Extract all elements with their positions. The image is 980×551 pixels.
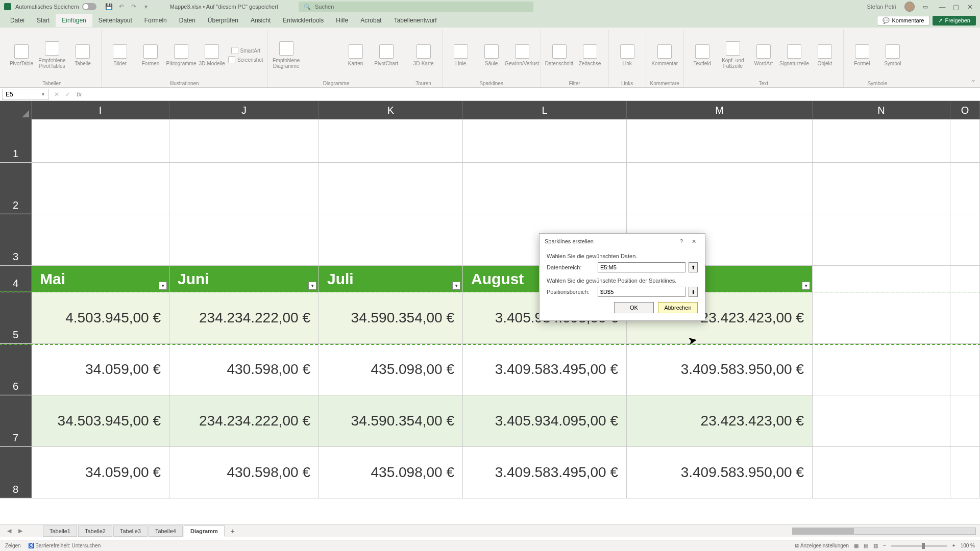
view-pagelayout-icon[interactable]: ▤ <box>864 543 868 548</box>
minimize-icon[interactable]: — <box>936 3 948 11</box>
tab-ansicht[interactable]: Ansicht <box>244 14 277 27</box>
redo-icon[interactable]: ↷ <box>130 3 137 10</box>
tab-daten[interactable]: Daten <box>173 14 202 27</box>
comment-button[interactable]: Kommentar <box>650 35 679 75</box>
user-name[interactable]: Stefan Petri <box>867 4 896 10</box>
spreadsheet-grid[interactable]: I J K L M N O 1 2 3 4 Mai▾ Juni▾ Juli▾ A… <box>0 101 980 529</box>
col-header[interactable]: N <box>813 101 950 119</box>
tab-tabellenentwurf[interactable]: Tabellenentwurf <box>388 14 443 27</box>
signature-button[interactable]: Signaturzeile <box>780 35 808 75</box>
select-all-corner[interactable] <box>0 101 32 119</box>
zoom-slider[interactable] <box>891 545 947 547</box>
row-header[interactable]: 2 <box>0 163 32 214</box>
status-accessibility[interactable]: ♿ Barrierefreiheit: Untersuchen <box>28 543 101 548</box>
cell[interactable]: 34.059,00 € <box>32 447 169 498</box>
row-header[interactable]: 1 <box>0 119 32 162</box>
cell[interactable]: 430.598,00 € <box>169 447 319 498</box>
textbox-button[interactable]: Textfeld <box>688 35 717 75</box>
equation-button[interactable]: Formel <box>848 35 876 75</box>
collapse-ribbon-icon[interactable]: ⌄ <box>971 76 976 83</box>
cell[interactable]: 430.598,00 € <box>169 344 319 395</box>
zoom-level[interactable]: 100 % <box>961 543 975 548</box>
cell[interactable]: 3.405.934.095,00 € <box>463 395 627 446</box>
horizontal-scrollbar[interactable] <box>792 528 976 535</box>
timeline-button[interactable]: Zeitachse <box>576 35 604 75</box>
chart-type-icon[interactable] <box>328 44 338 55</box>
cell[interactable]: 3.409.583.950,00 € <box>627 344 813 395</box>
recommended-charts-button[interactable]: Empfohlene Diagramme <box>272 35 301 75</box>
zoom-out-icon[interactable]: − <box>883 543 886 548</box>
filter-icon[interactable]: ▾ <box>452 282 460 290</box>
tab-acrobat[interactable]: Acrobat <box>354 14 387 27</box>
sheet-nav-prev-icon[interactable]: ◀ <box>4 528 14 534</box>
link-button[interactable]: Link <box>613 35 642 75</box>
col-header[interactable]: K <box>319 101 463 119</box>
screenshot-button[interactable]: Screenshot <box>228 56 263 63</box>
row-header[interactable]: 8 <box>0 447 32 498</box>
enter-fx-icon[interactable]: ✓ <box>62 91 74 98</box>
chart-type-icon[interactable] <box>303 56 313 66</box>
fx-icon[interactable]: fx <box>74 90 85 98</box>
sheet-tab[interactable]: Tabelle3 <box>113 525 148 537</box>
pictures-button[interactable]: Bilder <box>106 35 134 75</box>
switch-icon[interactable] <box>82 3 96 10</box>
filter-icon[interactable]: ▾ <box>308 282 316 290</box>
filter-icon[interactable]: ▾ <box>159 282 167 290</box>
table-header[interactable]: Mai▾ <box>32 266 169 292</box>
sheet-tab[interactable]: Tabelle4 <box>149 525 183 537</box>
row-header[interactable]: 6 <box>0 344 32 395</box>
close-icon[interactable]: ✕ <box>964 3 976 11</box>
sheet-nav-next-icon[interactable]: ▶ <box>15 528 26 534</box>
recommended-pivot-button[interactable]: Empfohlene PivotTables <box>38 35 66 75</box>
autosave-toggle[interactable]: Automatisches Speichern <box>15 3 96 10</box>
name-box[interactable]: E5▼ <box>2 89 49 100</box>
cancel-fx-icon[interactable]: ✕ <box>51 91 62 98</box>
shapes-button[interactable]: Formen <box>136 35 165 75</box>
row-header[interactable]: 5 <box>0 292 32 343</box>
cell[interactable]: 23.423.423,00 € <box>627 395 813 446</box>
maximize-icon[interactable]: ▢ <box>950 3 962 11</box>
view-normal-icon[interactable]: ▦ <box>854 543 859 548</box>
3dmodels-button[interactable]: 3D-Modelle <box>198 35 226 75</box>
table-header[interactable]: Juli▾ <box>319 266 463 292</box>
col-header[interactable]: I <box>32 101 169 119</box>
cell[interactable]: 234.234.222,00 € <box>169 292 319 343</box>
headerfooter-button[interactable]: Kopf- und Fußzeile <box>719 35 747 75</box>
cell[interactable]: 34.590.354,00 € <box>319 292 463 343</box>
tab-entwicklertools[interactable]: Entwicklertools <box>277 14 330 27</box>
chart-type-icon[interactable] <box>315 56 326 66</box>
cell[interactable]: 4.503.945,00 € <box>32 292 169 343</box>
cell[interactable]: 34.059,00 € <box>32 344 169 395</box>
col-header[interactable]: J <box>169 101 319 119</box>
position-range-input[interactable] <box>598 287 685 297</box>
sheet-tab[interactable]: Tabelle1 <box>43 525 77 537</box>
table-button[interactable]: Tabelle <box>68 35 97 75</box>
3dmap-button[interactable]: 3D-Karte <box>409 35 438 75</box>
tab-datei[interactable]: Datei <box>4 14 31 27</box>
pivottable-button[interactable]: PivotTable <box>7 35 36 75</box>
new-sheet-button[interactable]: + <box>226 527 240 535</box>
maps-button[interactable]: Karten <box>341 35 370 75</box>
row-header[interactable]: 3 <box>0 214 32 265</box>
cell[interactable]: 435.098,00 € <box>319 344 463 395</box>
qat-more-icon[interactable]: ▾ <box>142 3 150 10</box>
sheet-tab[interactable]: Diagramm <box>184 525 225 537</box>
table-header[interactable]: Juni▾ <box>169 266 319 292</box>
save-icon[interactable]: 💾 <box>106 3 113 10</box>
sparkline-winloss-button[interactable]: Gewinn/Verlust <box>508 35 536 75</box>
icons-button[interactable]: Piktogramme <box>167 35 195 75</box>
sparkline-line-button[interactable]: Linie <box>447 35 475 75</box>
object-button[interactable]: Objekt <box>811 35 839 75</box>
display-settings[interactable]: 🖥 Anzeigeeinstellungen <box>794 543 849 548</box>
zoom-in-icon[interactable]: + <box>952 543 955 548</box>
tab-ueberpruefen[interactable]: Überprüfen <box>202 14 244 27</box>
col-header[interactable]: O <box>950 101 980 119</box>
wordart-button[interactable]: WordArt <box>749 35 778 75</box>
dialog-close-icon[interactable]: ✕ <box>688 238 700 245</box>
col-header[interactable]: M <box>627 101 813 119</box>
tab-einfuegen[interactable]: Einfügen <box>56 14 92 27</box>
range-picker-icon[interactable]: ⬆ <box>689 262 698 272</box>
cell[interactable]: 34.503.945,00 € <box>32 395 169 446</box>
row-header[interactable]: 4 <box>0 266 32 292</box>
chart-type-icon[interactable] <box>315 44 326 55</box>
